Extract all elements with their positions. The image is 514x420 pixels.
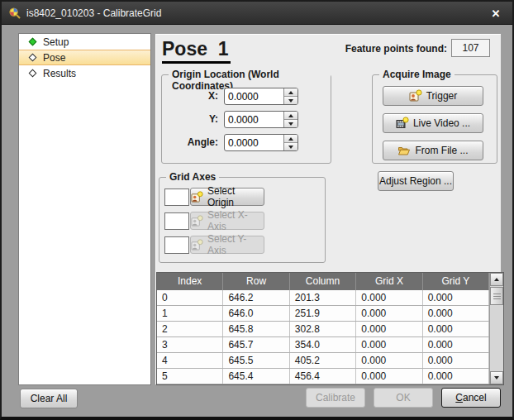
- origin-point-field[interactable]: [164, 189, 189, 206]
- y-spin-down-icon[interactable]: [284, 120, 297, 127]
- calibrate-button: Calibrate: [306, 388, 365, 408]
- x-spinner: [224, 88, 298, 105]
- pose-tree-panel: Setup Pose Results: [18, 33, 151, 385]
- cell: 646.2: [223, 290, 289, 305]
- select-x-axis-button-label: Select X-Axis: [207, 209, 264, 232]
- cell: 1: [157, 306, 223, 321]
- cell: 201.3: [290, 290, 356, 305]
- adjust-region-button[interactable]: Adjust Region ...: [378, 171, 454, 191]
- cell: 0.000: [423, 337, 489, 352]
- cell: 0.000: [423, 290, 489, 305]
- tree-item-label: Results: [43, 68, 76, 79]
- cell: 645.5: [223, 353, 289, 368]
- from-file-button[interactable]: From File ...: [383, 141, 483, 160]
- angle-spin-down-icon[interactable]: [284, 143, 297, 150]
- cell: 5: [157, 369, 223, 384]
- clear-all-button-label: Clear All: [31, 393, 68, 404]
- select-x-axis-icon: [191, 215, 203, 227]
- angle-spin-up-icon[interactable]: [284, 135, 297, 143]
- cell: 0.000: [356, 353, 422, 368]
- window-title: is8402_010203 - CalibrateGrid: [26, 7, 161, 19]
- feature-points-table: Index Row Column Grid X Grid Y 0646.2201…: [156, 272, 504, 385]
- grid-axes-legend: Grid Axes: [166, 171, 219, 183]
- calibrate-grid-dialog: is8402_010203 - CalibrateGrid ✕ Setup Po…: [0, 0, 514, 420]
- col-header-index: Index: [157, 273, 223, 290]
- cell: 0.000: [423, 369, 489, 384]
- x-label: X:: [165, 90, 218, 102]
- live-video-button[interactable]: Live Video ...: [383, 113, 483, 133]
- x-input[interactable]: [228, 88, 279, 104]
- table-row[interactable]: 3645.7354.00.0000.000: [157, 337, 489, 353]
- scroll-down-icon[interactable]: [490, 371, 503, 384]
- table-row[interactable]: 4645.5405.20.0000.000: [157, 353, 489, 369]
- select-y-axis-button-label: Select Y-Axis: [207, 233, 264, 256]
- cell: 251.9: [290, 306, 356, 321]
- angle-spinner: [224, 134, 298, 151]
- close-button[interactable]: ✕: [486, 2, 506, 25]
- select-origin-button[interactable]: Select Origin: [190, 188, 264, 206]
- ok-button-label: OK: [396, 392, 410, 403]
- feature-points-label: Feature points found:: [345, 43, 447, 55]
- scrollbar-thumb[interactable]: [490, 287, 503, 305]
- cell: 4: [157, 353, 223, 368]
- scroll-up-icon[interactable]: [490, 273, 503, 286]
- cell: 3: [157, 337, 223, 352]
- cell: 645.8: [223, 322, 289, 336]
- col-header-grid-x: Grid X: [356, 273, 422, 290]
- setup-status-diamond-icon: [29, 38, 37, 46]
- x-spin-down-icon[interactable]: [284, 97, 297, 104]
- adjust-region-button-label: Adjust Region ...: [379, 175, 452, 187]
- tree-item-setup[interactable]: Setup: [19, 34, 150, 50]
- y-spinner: [224, 111, 298, 128]
- cell: 2: [157, 322, 223, 336]
- table-scrollbar[interactable]: [489, 273, 503, 384]
- page-title: Pose 1: [162, 38, 231, 64]
- select-y-axis-icon: [191, 239, 203, 251]
- live-video-button-label: Live Video ...: [413, 117, 470, 129]
- table-row[interactable]: 2645.8302.80.0000.000: [157, 322, 489, 337]
- film-strip-icon: [396, 117, 409, 130]
- tree-item-pose[interactable]: Pose: [19, 50, 150, 65]
- cell: 0.000: [423, 322, 489, 336]
- col-header-grid-y: Grid Y: [423, 273, 489, 290]
- cell: 0.000: [423, 353, 489, 368]
- tree-item-results[interactable]: Results: [19, 65, 150, 81]
- open-folder-icon: [397, 144, 411, 157]
- y-input[interactable]: [228, 112, 279, 127]
- close-icon: ✕: [492, 7, 501, 20]
- x-axis-point-field[interactable]: [164, 212, 189, 230]
- angle-input[interactable]: [228, 135, 279, 150]
- cell: 302.8: [290, 322, 356, 336]
- table-header-row: Index Row Column Grid X Grid Y: [157, 273, 489, 290]
- cell: 0.000: [356, 369, 422, 384]
- scrollbar-track[interactable]: [490, 305, 503, 371]
- y-axis-point-field[interactable]: [164, 236, 189, 254]
- table-row[interactable]: 1646.0251.90.0000.000: [157, 306, 489, 322]
- from-file-button-label: From File ...: [415, 145, 468, 156]
- select-x-axis-button: Select X-Axis: [190, 212, 264, 230]
- cancel-button[interactable]: Cancel: [441, 388, 501, 408]
- y-spin-up-icon[interactable]: [284, 112, 297, 120]
- title-bar: is8402_010203 - CalibrateGrid ✕: [2, 2, 512, 25]
- ok-button: OK: [374, 388, 433, 408]
- pose-status-diamond-icon: [29, 54, 37, 62]
- cell: 646.0: [223, 306, 289, 321]
- cell: 0.000: [356, 306, 422, 321]
- acquire-image-legend: Acquire Image: [379, 69, 455, 80]
- cell: 0.000: [356, 290, 422, 305]
- cancel-button-label: Cancel: [455, 392, 486, 403]
- table-row[interactable]: 5645.4456.40.0000.000: [157, 369, 489, 384]
- cell: 645.4: [223, 369, 289, 384]
- select-y-axis-button: Select Y-Axis: [190, 236, 264, 254]
- angle-label: Angle:: [165, 136, 218, 148]
- tree-item-label: Pose: [43, 52, 65, 64]
- select-origin-button-label: Select Origin: [207, 185, 264, 208]
- table-row[interactable]: 0646.2201.30.0000.000: [157, 290, 489, 306]
- x-spin-up-icon[interactable]: [284, 88, 297, 97]
- feature-points-value: 107: [451, 39, 490, 57]
- trigger-button[interactable]: Trigger: [383, 86, 483, 106]
- clear-all-button[interactable]: Clear All: [20, 389, 78, 408]
- calibrate-button-label: Calibrate: [316, 392, 355, 403]
- cell: 0.000: [356, 322, 422, 336]
- cell: 0: [157, 290, 223, 305]
